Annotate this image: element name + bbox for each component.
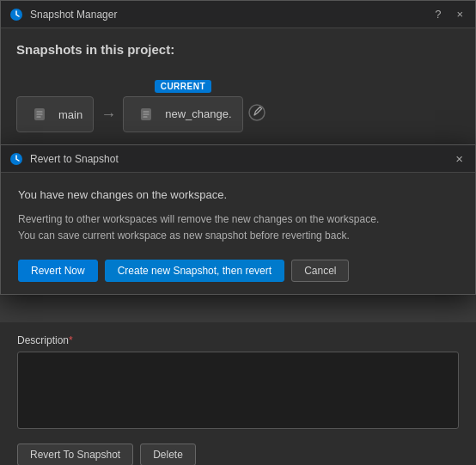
snapshot-content: Snapshots in this project: main →	[1, 28, 475, 162]
delete-button[interactable]: Delete	[140, 444, 196, 465]
revert-to-snapshot-button[interactable]: Revert To Snapshot	[17, 444, 133, 465]
snapshot-manager-title: Snapshot Manager	[30, 9, 431, 21]
revert-dialog-title: Revert to Snapshot	[30, 153, 452, 165]
revert-warning-text: You have new changes on the workspace.	[18, 188, 458, 201]
description-textarea[interactable]	[17, 352, 459, 429]
bottom-section: Description* Revert To Snapshot Delete	[0, 322, 476, 465]
revert-dialog-body: You have new changes on the workspace. R…	[1, 173, 475, 294]
snapshot-chain: main → CURRENT new_change.	[16, 72, 460, 146]
edit-icon[interactable]	[248, 104, 265, 125]
revert-dialog: Revert to Snapshot × You have new change…	[0, 144, 476, 295]
cancel-button[interactable]: Cancel	[291, 260, 349, 282]
revert-dialog-close[interactable]: ×	[452, 151, 467, 166]
snapshot-node-new-change: CURRENT new_change.	[123, 80, 242, 132]
revert-detail-text: Reverting to other workspaces will remov…	[18, 211, 458, 244]
snapshot-box-new-change[interactable]: new_change.	[123, 96, 242, 132]
snapshot-manager-titlebar: Snapshot Manager ? ×	[1, 1, 475, 28]
snapshot-label-new-change: new_change.	[165, 107, 231, 120]
snapshot-node-main: main	[16, 79, 94, 132]
snapshot-manager-icon	[9, 8, 23, 21]
snapshots-label: Snapshots in this project:	[16, 42, 460, 57]
snapshot-file-icon-new-change	[134, 102, 158, 126]
revert-dialog-icon	[9, 152, 23, 166]
snapshot-box-main[interactable]: main	[16, 96, 94, 132]
close-button[interactable]: ×	[453, 9, 467, 20]
titlebar-controls: ? ×	[431, 9, 467, 20]
chain-arrow: →	[94, 106, 123, 124]
description-required-marker: *	[69, 334, 73, 346]
bottom-actions: Revert To Snapshot Delete	[17, 444, 459, 465]
snapshot-file-icon-main	[27, 102, 52, 126]
current-badge: CURRENT	[155, 80, 211, 93]
snapshot-manager-window: Snapshot Manager ? × Snapshots in this p…	[0, 0, 476, 162]
help-button[interactable]: ?	[431, 9, 444, 20]
svg-point-3	[249, 105, 265, 120]
description-label: Description*	[17, 334, 459, 346]
revert-dialog-titlebar: Revert to Snapshot ×	[1, 145, 475, 173]
create-and-revert-button[interactable]: Create new Snapshot, then revert	[105, 260, 284, 282]
revert-dialog-actions: Revert Now Create new Snapshot, then rev…	[18, 260, 458, 282]
snapshot-label-main: main	[58, 108, 82, 121]
revert-now-button[interactable]: Revert Now	[18, 260, 98, 282]
